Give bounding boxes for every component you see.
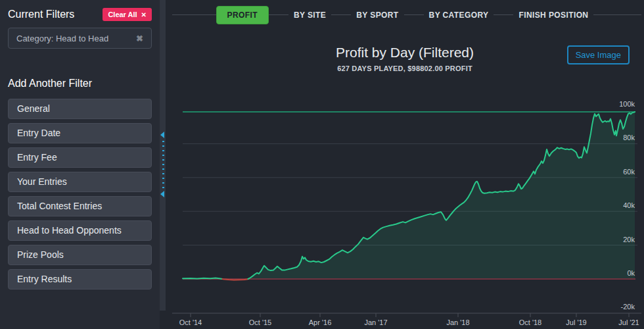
y-axis-label: 0k (627, 269, 635, 277)
filter-button-total-contest-entries[interactable]: Total Contest Entries (8, 196, 152, 216)
y-axis-label: -20k (621, 303, 635, 311)
y-axis-label: 100k (619, 100, 635, 108)
x-axis-label: Oct '15 (249, 318, 272, 326)
clear-all-label: Clear All (108, 11, 137, 18)
y-axis-label: 20k (623, 236, 635, 243)
x-axis-label: Jan '18 (446, 318, 469, 326)
sidebar-header: Current Filters Clear All ✕ (8, 8, 152, 21)
filter-button-entry-date[interactable]: Entry Date (8, 123, 152, 143)
filters-sidebar: Current Filters Clear All ✕ Category: He… (0, 0, 160, 329)
y-axis-label: 60k (623, 168, 635, 176)
clear-all-button[interactable]: Clear All ✕ (103, 8, 152, 21)
filter-buttons-list: GeneralEntry DateEntry FeeYour EntriesTo… (8, 99, 152, 290)
collapse-arrow-icon[interactable] (160, 191, 164, 197)
divider-drag-dots[interactable] (162, 141, 164, 190)
x-icon: ✕ (141, 11, 147, 18)
x-axis-label: Jul '21 (618, 318, 639, 326)
filter-chip: Category: Head to Head✖ (8, 28, 152, 49)
y-axis-label: 80k (623, 134, 635, 141)
active-filters-list: Category: Head to Head✖ (8, 28, 152, 49)
x-axis-label: Oct '14 (179, 318, 202, 326)
filter-button-head-to-head-opponents[interactable]: Head to Head Opponents (8, 220, 152, 241)
filter-button-entry-results[interactable]: Entry Results (8, 269, 152, 290)
add-filter-title: Add Another Filter (8, 78, 152, 89)
x-axis-label: Jan '17 (364, 318, 387, 326)
current-filters-title: Current Filters (8, 9, 74, 20)
profit-area (183, 112, 635, 279)
x-axis-label: Jul '19 (566, 318, 586, 326)
x-axis-label: Oct '18 (519, 318, 542, 326)
collapse-arrow-icon[interactable] (160, 132, 164, 138)
chart-panel: PROFITBY SITEBY SPORTBY CATEGORYFINISH P… (166, 0, 644, 329)
filter-chip-label: Category: Head to Head (16, 34, 108, 43)
profit-chart[interactable]: Oct '14Oct '15Apr '16Jan '17Jan '18Oct '… (166, 0, 644, 329)
filter-button-your-entries[interactable]: Your Entries (8, 172, 152, 192)
filter-button-prize-pools[interactable]: Prize Pools (8, 245, 152, 265)
filter-button-general[interactable]: General (8, 99, 152, 119)
x-axis-label: Apr '16 (309, 318, 332, 326)
remove-filter-icon[interactable]: ✖ (136, 34, 143, 43)
y-axis-label: 40k (623, 201, 635, 209)
filter-button-entry-fee[interactable]: Entry Fee (8, 147, 152, 168)
